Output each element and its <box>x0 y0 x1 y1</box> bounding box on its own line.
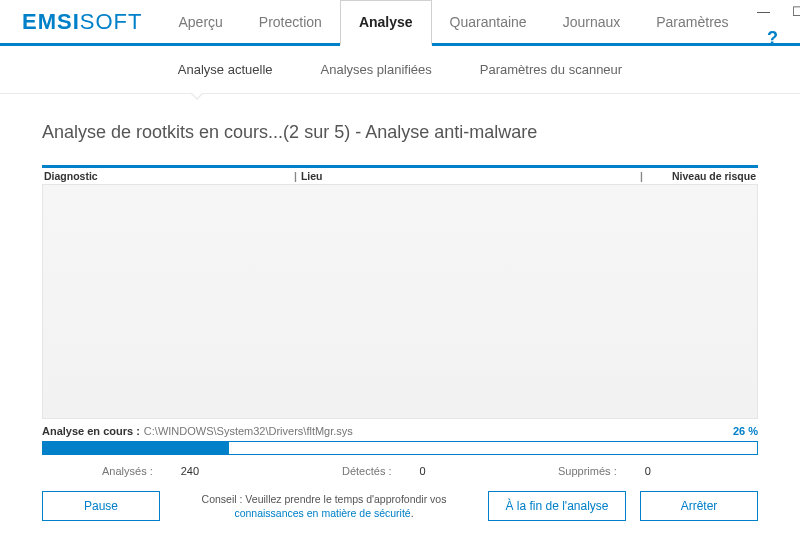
scan-current-path: C:\WINDOWS\System32\Drivers\fltMgr.sys <box>144 425 733 437</box>
stat-label: Supprimés : <box>558 465 617 477</box>
maximize-icon: ☐ <box>792 4 800 19</box>
tip-text: Conseil : Veuillez prendre le temps d'ap… <box>174 492 474 520</box>
stat-value: 0 <box>420 465 426 477</box>
stat-deleted: Supprimés : 0 <box>538 465 758 477</box>
progress-bar-fill <box>43 442 229 454</box>
subtab-label: Paramètres du scanneur <box>480 62 622 77</box>
button-label: À la fin de l'analyse <box>505 499 608 513</box>
tab-label: Analyse <box>359 14 413 30</box>
scan-percent: 26 % <box>733 425 758 437</box>
col-risque: |Niveau de risque <box>638 170 758 182</box>
button-label: Arrêter <box>681 499 718 513</box>
tab-label: Journaux <box>563 14 621 30</box>
col-diagnostic: Diagnostic <box>42 170 292 182</box>
brand-light: SOFT <box>80 9 143 35</box>
app-window: EMSISOFT Aperçu Protection Analyse Quara… <box>0 0 800 539</box>
tab-label: Paramètres <box>656 14 728 30</box>
results-list[interactable] <box>42 184 758 419</box>
tab-label: Aperçu <box>178 14 222 30</box>
minimize-icon: — <box>757 4 770 19</box>
brand-bold: EMSI <box>22 9 80 35</box>
tab-parametres[interactable]: Paramètres <box>638 0 746 43</box>
help-icon: ? <box>767 28 778 48</box>
scan-stats: Analysés : 240 Détectés : 0 Supprimés : … <box>42 455 758 483</box>
topbar: EMSISOFT Aperçu Protection Analyse Quara… <box>0 0 800 46</box>
col-lieu-label: Lieu <box>301 170 323 182</box>
at-end-button[interactable]: À la fin de l'analyse <box>488 491 626 521</box>
minimize-button[interactable]: — <box>747 0 781 22</box>
brand-logo: EMSISOFT <box>0 0 160 43</box>
tip-prefix: Conseil : Veuillez prendre le temps d'ap… <box>202 493 447 505</box>
col-lieu: |Lieu <box>292 170 638 182</box>
tab-protection[interactable]: Protection <box>241 0 340 43</box>
scan-status-line: Analyse en cours : C:\WINDOWS\System32\D… <box>42 419 758 437</box>
tab-label: Protection <box>259 14 322 30</box>
progress-bar <box>42 441 758 455</box>
footer-bar: Pause Conseil : Veuillez prendre le temp… <box>42 483 758 521</box>
col-sep-icon: | <box>294 170 301 182</box>
button-label: Pause <box>84 499 118 513</box>
active-caret-icon <box>190 93 204 100</box>
subtab-label: Analyse actuelle <box>178 62 273 77</box>
tab-analyse[interactable]: Analyse <box>340 0 432 46</box>
page-title: Analyse de rootkits en cours...(2 sur 5)… <box>42 122 758 143</box>
tip-suffix: . <box>411 507 414 519</box>
content-area: Analyse de rootkits en cours...(2 sur 5)… <box>0 94 800 539</box>
pause-button[interactable]: Pause <box>42 491 160 521</box>
col-risque-label: Niveau de risque <box>672 170 756 182</box>
tab-label: Quarantaine <box>450 14 527 30</box>
main-nav: Aperçu Protection Analyse Quarantaine Jo… <box>160 0 746 43</box>
stat-label: Détectés : <box>342 465 392 477</box>
results-columns: Diagnostic |Lieu |Niveau de risque <box>42 165 758 182</box>
tip-link-label: connaissances en matière de sécurité <box>234 507 410 519</box>
stat-detected: Détectés : 0 <box>302 465 538 477</box>
subtab-label: Analyses planifiées <box>321 62 432 77</box>
maximize-button[interactable]: ☐ <box>781 0 800 22</box>
tab-apercu[interactable]: Aperçu <box>160 0 240 43</box>
tab-quarantaine[interactable]: Quarantaine <box>432 0 545 43</box>
tip-link[interactable]: connaissances en matière de sécurité <box>234 507 410 519</box>
stat-value: 0 <box>645 465 651 477</box>
stat-value: 240 <box>181 465 199 477</box>
subtab-analyses-planifiees[interactable]: Analyses planifiées <box>321 62 432 77</box>
subtab-parametres-scanneur[interactable]: Paramètres du scanneur <box>480 62 622 77</box>
stat-label: Analysés : <box>102 465 153 477</box>
sub-nav: Analyse actuelle Analyses planifiées Par… <box>0 46 800 94</box>
stop-button[interactable]: Arrêter <box>640 491 758 521</box>
col-sep-icon: | <box>640 170 647 182</box>
tab-journaux[interactable]: Journaux <box>545 0 639 43</box>
scan-label: Analyse en cours : <box>42 425 140 437</box>
subtab-analyse-actuelle[interactable]: Analyse actuelle <box>178 62 273 77</box>
stat-analysed: Analysés : 240 <box>42 465 302 477</box>
